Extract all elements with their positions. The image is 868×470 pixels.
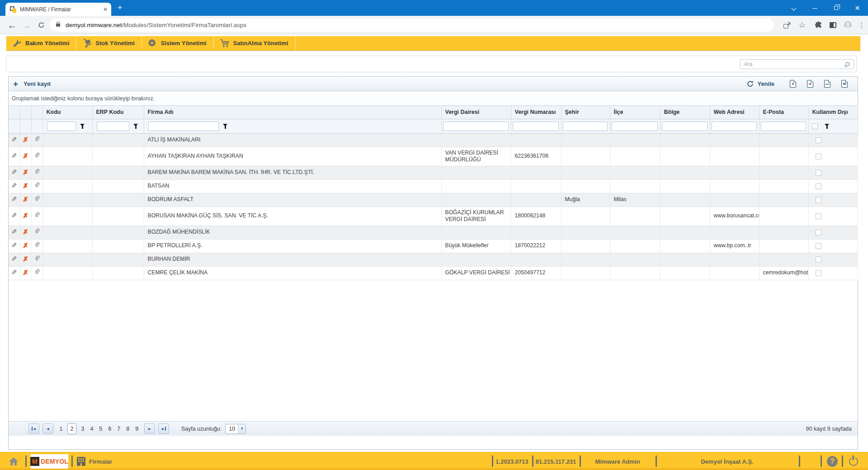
filter-funnel-icon[interactable] xyxy=(824,123,830,129)
column-header-1[interactable]: ERP Kodu xyxy=(92,106,144,119)
search-icon[interactable] xyxy=(845,62,850,66)
attachment-icon[interactable] xyxy=(32,151,41,160)
pager-first-button[interactable]: ◄ xyxy=(28,423,39,434)
menu-satinalma-yonetimi[interactable]: SatınAlma Yönetimi xyxy=(214,36,296,50)
pager-page-6[interactable]: 6 xyxy=(108,426,111,432)
attachment-icon[interactable] xyxy=(32,240,41,249)
pager-page-2[interactable]: 2 xyxy=(67,423,76,434)
pager-page-8[interactable]: 8 xyxy=(126,426,129,432)
demyol-logo[interactable]: M DEMYOL xyxy=(30,454,68,469)
delete-row-icon[interactable]: ✗ xyxy=(23,136,28,143)
refresh-button[interactable]: Yenile xyxy=(757,80,774,87)
edit-row-icon[interactable]: ✎ xyxy=(11,255,17,263)
extensions-puzzle-icon[interactable] xyxy=(812,16,825,34)
new-record-button[interactable]: + Yeni kayıt xyxy=(9,80,51,88)
filter-funnel-icon[interactable] xyxy=(222,123,228,129)
side-panel-icon[interactable] xyxy=(826,16,839,34)
edit-row-icon[interactable]: ✎ xyxy=(11,136,17,143)
kullanim-disi-checkbox[interactable] xyxy=(816,213,821,219)
kullanim-disi-checkbox[interactable] xyxy=(816,243,821,249)
filter-input[interactable] xyxy=(612,122,658,131)
bookmark-star-icon[interactable]: ☆ xyxy=(795,16,809,34)
edit-row-icon[interactable]: ✎ xyxy=(11,269,17,276)
kullanim-disi-checkbox[interactable] xyxy=(816,270,821,276)
delete-row-icon[interactable]: ✗ xyxy=(23,242,28,249)
new-tab-button[interactable]: + xyxy=(118,4,123,12)
column-header-6[interactable]: İlçe xyxy=(610,106,660,119)
browser-profile-avatar[interactable] xyxy=(841,16,854,34)
filter-funnel-icon[interactable] xyxy=(133,123,139,129)
column-header-2[interactable]: Firma Adı xyxy=(144,106,441,119)
group-by-panel[interactable]: Gruplamak istediğiniz kolonu buraya sürü… xyxy=(9,91,858,106)
home-button[interactable] xyxy=(8,452,19,470)
pager-page-9[interactable]: 9 xyxy=(135,426,138,432)
column-header-7[interactable]: Bölge xyxy=(660,106,710,119)
filter-funnel-icon[interactable] xyxy=(80,123,85,129)
pager-page-4[interactable]: 4 xyxy=(90,426,93,432)
filter-input[interactable] xyxy=(662,122,708,131)
kullanim-disi-checkbox[interactable] xyxy=(816,137,821,143)
refresh-icon[interactable] xyxy=(747,80,754,87)
pdf-export-icon[interactable]: A xyxy=(807,80,813,88)
share-button[interactable] xyxy=(780,16,794,34)
menu-sistem-yonetimi[interactable]: Sistem Yönetimi xyxy=(142,36,214,50)
back-button[interactable]: ← xyxy=(5,16,19,34)
help-button[interactable]: ? xyxy=(827,452,838,470)
edit-row-icon[interactable]: ✎ xyxy=(11,182,17,189)
logout-button[interactable] xyxy=(849,452,858,470)
pager-page-3[interactable]: 3 xyxy=(81,426,84,432)
window-restore-button[interactable] xyxy=(826,5,847,11)
filter-input[interactable] xyxy=(97,122,129,131)
delete-row-icon[interactable]: ✗ xyxy=(23,255,28,263)
delete-row-icon[interactable]: ✗ xyxy=(23,228,28,235)
kullanim-disi-checkbox[interactable] xyxy=(816,154,821,160)
tab-search-chevron-icon[interactable] xyxy=(783,5,804,11)
filter-input[interactable] xyxy=(712,122,757,131)
filter-input[interactable] xyxy=(47,122,76,131)
pager-page-1[interactable]: 1 xyxy=(60,426,63,432)
edit-row-icon[interactable]: ✎ xyxy=(11,152,17,160)
reload-button[interactable] xyxy=(34,16,48,34)
column-header-0[interactable]: Kodu xyxy=(42,106,92,119)
menu-bakim-yonetimi[interactable]: Bakım Yönetimi xyxy=(6,36,76,50)
pager-next-button[interactable]: ► xyxy=(144,423,155,434)
delete-row-icon[interactable]: ✗ xyxy=(23,169,28,176)
attachment-icon[interactable] xyxy=(32,135,41,144)
attachment-icon[interactable] xyxy=(32,211,41,220)
tab-close-icon[interactable]: ✕ xyxy=(103,6,108,13)
forward-button[interactable]: → xyxy=(20,16,33,34)
menu-stok-yonetimi[interactable]: Stok Yönetimi xyxy=(76,36,142,50)
kullanim-disi-checkbox[interactable] xyxy=(816,170,821,176)
browser-menu-dots-icon[interactable]: ⋮ xyxy=(856,16,867,34)
filter-input[interactable] xyxy=(148,122,219,131)
attachment-icon[interactable] xyxy=(32,194,41,203)
search-input[interactable]: Ara xyxy=(740,59,854,69)
kullanim-disi-checkbox[interactable] xyxy=(816,183,821,189)
filter-input[interactable] xyxy=(761,122,806,131)
pager-last-button[interactable]: ► xyxy=(158,423,169,434)
browser-tab[interactable]: MIMWARE / Firmalar ✕ xyxy=(5,3,111,16)
column-header-3[interactable]: Vergi Dairesi xyxy=(441,106,511,119)
filter-input[interactable] xyxy=(513,122,559,131)
excel-export-icon[interactable]: X xyxy=(790,80,796,88)
filter-input[interactable] xyxy=(563,122,608,131)
window-minimize-button[interactable] xyxy=(804,5,826,11)
url-bar[interactable]: demyol.mimware.net/Modules/SistemYonetim… xyxy=(50,19,774,32)
page-length-select[interactable]: 10 ▼ xyxy=(225,424,246,434)
kullanim-disi-checkbox[interactable] xyxy=(816,197,821,203)
delete-row-icon[interactable]: ✗ xyxy=(23,182,28,189)
pager-page-7[interactable]: 7 xyxy=(117,426,120,432)
column-header-9[interactable]: E-Posta xyxy=(759,106,808,119)
column-header-4[interactable]: Vergi Numarası xyxy=(511,106,561,119)
filter-checkbox[interactable] xyxy=(812,123,818,129)
delete-row-icon[interactable]: ✗ xyxy=(23,196,28,203)
kullanim-disi-checkbox[interactable] xyxy=(816,257,821,263)
attachment-icon[interactable] xyxy=(32,268,41,277)
column-header-8[interactable]: Web Adresi xyxy=(710,106,759,119)
pager-prev-button[interactable]: ◄ xyxy=(42,423,53,434)
edit-row-icon[interactable]: ✎ xyxy=(11,228,17,235)
delete-row-icon[interactable]: ✗ xyxy=(23,269,28,276)
word-export-icon[interactable]: W xyxy=(841,80,848,88)
https-lock-icon[interactable] xyxy=(56,24,60,27)
window-close-button[interactable]: ✕ xyxy=(847,4,868,12)
